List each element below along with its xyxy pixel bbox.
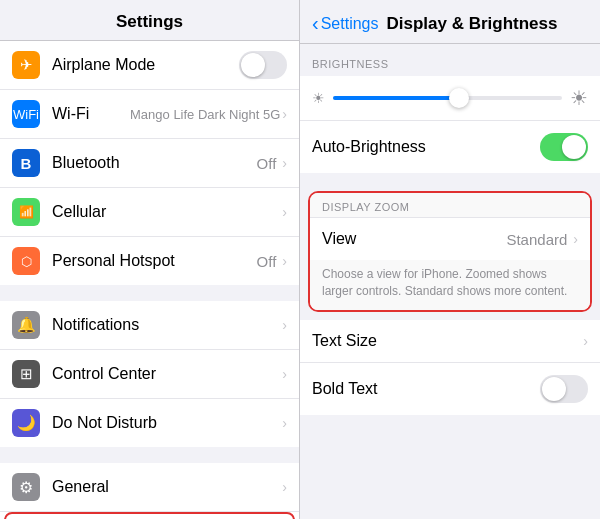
settings-list: ✈ Airplane Mode WiFi Wi-Fi Mango Life Da… [0, 41, 299, 519]
bluetooth-icon: B [12, 149, 40, 177]
donotdisturb-chevron: › [282, 415, 287, 431]
hotspot-icon: ⬡ [12, 247, 40, 275]
view-chevron: › [573, 231, 578, 247]
notifications-label: Notifications [52, 316, 280, 334]
bluetooth-label: Bluetooth [52, 154, 257, 172]
view-label: View [322, 230, 506, 248]
section-connectivity: ✈ Airplane Mode WiFi Wi-Fi Mango Life Da… [0, 41, 299, 285]
controlcenter-chevron: › [282, 366, 287, 382]
notifications-icon: 🔔 [12, 311, 40, 339]
airplane-label: Airplane Mode [52, 56, 239, 74]
bold-text-row[interactable]: Bold Text [300, 363, 600, 415]
slider-thumb [449, 88, 469, 108]
text-size-label: Text Size [312, 332, 581, 350]
brightness-row: ☀ ☀ [300, 76, 600, 120]
general-chevron: › [282, 479, 287, 495]
sidebar-item-controlcenter[interactable]: ⊞ Control Center › [0, 350, 299, 399]
controlcenter-label: Control Center [52, 365, 280, 383]
wifi-icon: WiFi [12, 100, 40, 128]
right-content: BRIGHTNESS ☀ ☀ Auto-Brightness DISPLAY Z… [300, 44, 600, 519]
display-zoom-label: DISPLAY ZOOM [310, 193, 590, 217]
sidebar-item-airplane[interactable]: ✈ Airplane Mode [0, 41, 299, 90]
brightness-section-label: BRIGHTNESS [300, 44, 600, 76]
brightness-section: ☀ ☀ Auto-Brightness [300, 76, 600, 173]
view-row[interactable]: View Standard › [310, 217, 590, 260]
bluetooth-value: Off [257, 155, 277, 172]
brightness-low-icon: ☀ [312, 90, 325, 106]
wifi-label: Wi-Fi [52, 105, 126, 123]
controlcenter-icon: ⊞ [12, 360, 40, 388]
sidebar-item-general[interactable]: ⚙ General › [0, 463, 299, 512]
right-panel-title: Display & Brightness [386, 14, 588, 34]
right-panel: ‹ Settings Display & Brightness BRIGHTNE… [300, 0, 600, 519]
bold-text-toggle[interactable] [540, 375, 588, 403]
bluetooth-chevron: › [282, 155, 287, 171]
brightness-fill [333, 96, 459, 100]
auto-brightness-toggle[interactable] [540, 133, 588, 161]
cellular-icon: 📶 [12, 198, 40, 226]
back-chevron-icon: ‹ [312, 12, 319, 35]
zoom-description: Choose a view for iPhone. Zoomed shows l… [310, 260, 590, 310]
brightness-slider[interactable] [333, 96, 562, 100]
sidebar-item-donotdisturb[interactable]: 🌙 Do Not Disturb › [0, 399, 299, 447]
left-panel-title: Settings [0, 0, 299, 41]
notifications-chevron: › [282, 317, 287, 333]
hotspot-value: Off [257, 253, 277, 270]
view-value: Standard [506, 231, 567, 248]
sidebar-item-hotspot[interactable]: ⬡ Personal Hotspot Off › [0, 237, 299, 285]
left-panel: Settings ✈ Airplane Mode WiFi Wi-Fi Mang… [0, 0, 300, 519]
hotspot-chevron: › [282, 253, 287, 269]
back-label: Settings [321, 15, 379, 33]
sidebar-item-bluetooth[interactable]: B Bluetooth Off › [0, 139, 299, 188]
airplane-icon: ✈ [12, 51, 40, 79]
donotdisturb-label: Do Not Disturb [52, 414, 280, 432]
bold-text-label: Bold Text [312, 380, 540, 398]
text-size-row[interactable]: Text Size › [300, 320, 600, 363]
sidebar-item-displaybrightness[interactable]: aA Display & Brightness › [4, 512, 295, 519]
display-zoom-box: DISPLAY ZOOM View Standard › Choose a vi… [308, 191, 592, 312]
section-preferences: ⚙ General › aA Display & Brightness › 🌄 … [0, 463, 299, 519]
sidebar-item-wifi[interactable]: WiFi Wi-Fi Mango Life Dark Night 5G › [0, 90, 299, 139]
bottom-section: Text Size › Bold Text [300, 320, 600, 415]
hotspot-label: Personal Hotspot [52, 252, 257, 270]
sidebar-item-notifications[interactable]: 🔔 Notifications › [0, 301, 299, 350]
wifi-chevron: › [282, 106, 287, 122]
section-system: 🔔 Notifications › ⊞ Control Center › 🌙 D… [0, 301, 299, 447]
cellular-chevron: › [282, 204, 287, 220]
text-size-chevron: › [583, 333, 588, 349]
sidebar-item-cellular[interactable]: 📶 Cellular › [0, 188, 299, 237]
cellular-label: Cellular [52, 203, 280, 221]
general-label: General [52, 478, 280, 496]
right-header: ‹ Settings Display & Brightness [300, 0, 600, 44]
wifi-value: Mango Life Dark Night 5G [130, 107, 280, 122]
auto-brightness-row: Auto-Brightness [300, 120, 600, 173]
brightness-high-icon: ☀ [570, 86, 588, 110]
airplane-toggle[interactable] [239, 51, 287, 79]
general-icon: ⚙ [12, 473, 40, 501]
back-button[interactable]: ‹ Settings [312, 12, 378, 35]
donotdisturb-icon: 🌙 [12, 409, 40, 437]
auto-brightness-label: Auto-Brightness [312, 138, 540, 156]
